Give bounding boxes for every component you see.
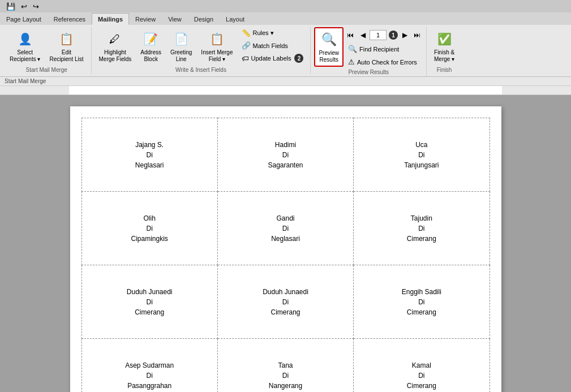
select-recipients-button[interactable]: 👤 SelectRecipients ▾ <box>6 27 44 66</box>
label-cell-0-1: Hadimi Di Sagaranten <box>227 125 344 184</box>
tab-mailings[interactable]: Mailings <box>92 13 129 25</box>
auto-check-icon: ⚠ <box>348 58 355 66</box>
label-cell-1-1: Gandi Di Neglasari <box>227 199 344 258</box>
table-row: Kamal Di Cimerang <box>354 339 490 393</box>
label-place: Cimerang <box>407 308 436 316</box>
insert-merge-field-button[interactable]: 📋 Insert MergeField ▾ <box>197 27 237 66</box>
table-row: Uca Di Tanjungsari <box>354 118 490 192</box>
label-di: Di <box>418 225 424 232</box>
group-write-insert: 🖊 HighlightMerge Fields 📝 AddressBlock 📄… <box>92 27 311 74</box>
edit-recipient-list-button[interactable]: 📋 EditRecipient List <box>45 27 87 66</box>
label-name: Asep Sudarman <box>125 361 174 369</box>
rules-button[interactable]: 📏 Rules ▾ <box>238 27 307 39</box>
label-di: Di <box>146 225 152 232</box>
address-block-label: AddressBlock <box>140 49 161 63</box>
label-di: Di <box>282 225 289 232</box>
label-di: Di <box>282 298 289 306</box>
undo-icon[interactable]: ↩ <box>19 2 29 11</box>
label-di: Di <box>282 372 289 380</box>
start-merge-group-label: Start Mail Merge <box>6 66 88 74</box>
match-fields-label: Match Fields <box>253 42 288 49</box>
table-row: Duduh Junaedi Di Cimerang <box>217 265 353 339</box>
label-cell-2-1: Duduh Junaedi Di Cimerang <box>227 272 344 331</box>
preview-nav-controls: ⏮ ◀ 1 ▶ ⏭ <box>345 28 423 42</box>
nav-step-badge: 1 <box>389 31 398 40</box>
label-cell-2-2: Enggih Sadili Di Cimerang <box>363 272 480 331</box>
tab-page-layout[interactable]: Page Layout <box>0 13 48 25</box>
label-name: Duduh Junaedi <box>263 288 308 296</box>
nav-page-input[interactable] <box>370 30 387 40</box>
nav-next-button[interactable]: ▶ <box>399 29 410 41</box>
update-labels-label: Update Labels <box>251 55 291 62</box>
select-recipients-label: SelectRecipients ▾ <box>10 49 40 63</box>
label-place: Sagaranten <box>268 161 303 169</box>
rules-icon: 📏 <box>242 29 251 37</box>
redo-icon[interactable]: ↪ <box>31 2 41 11</box>
tab-layout[interactable]: Layout <box>220 13 251 25</box>
finish-merge-icon: ✅ <box>435 30 453 48</box>
ruler <box>0 86 571 95</box>
small-write-buttons: 📏 Rules ▾ 🔗 Match Fields 🏷 Update Labels… <box>238 27 307 64</box>
finish-group-label: Finish <box>430 66 458 74</box>
tab-references[interactable]: References <box>48 13 92 25</box>
match-fields-button[interactable]: 🔗 Match Fields <box>238 40 307 51</box>
address-block-icon: 📝 <box>142 30 160 48</box>
nav-last-button[interactable]: ⏭ <box>411 29 423 41</box>
label-di: Di <box>146 151 152 159</box>
greeting-line-button[interactable]: 📄 GreetingLine <box>166 27 196 66</box>
nav-prev-button[interactable]: ◀ <box>357 29 368 41</box>
greeting-line-label: GreetingLine <box>170 49 192 63</box>
label-table: Jajang S. Di Neglasari Hadimi Di Sagaran… <box>81 118 490 392</box>
tab-design[interactable]: Design <box>188 13 220 25</box>
label-name: Olih <box>143 214 155 222</box>
ribbon-tab-bar: Page Layout References Mailings Review V… <box>0 12 571 25</box>
label-di: Di <box>146 298 152 306</box>
nav-first-button[interactable]: ⏮ <box>345 29 356 41</box>
label-cell-0-0: Jajang S. Di Neglasari <box>91 125 208 184</box>
label-place: Nangerang <box>269 382 302 390</box>
group-start-mail-merge: 👤 SelectRecipients ▾ 📋 EditRecipient Lis… <box>2 27 92 74</box>
label-name: Uca <box>415 141 427 149</box>
auto-check-errors-button[interactable]: ⚠ Auto Check for Errors <box>345 56 423 68</box>
document-area[interactable]: Jajang S. Di Neglasari Hadimi Di Sagaran… <box>0 95 571 392</box>
label-di: Di <box>418 151 424 159</box>
document-page: Jajang S. Di Neglasari Hadimi Di Sagaran… <box>70 106 501 392</box>
tab-view[interactable]: View <box>162 13 188 25</box>
label-cell-3-1: Tana Di Nangerang <box>227 346 344 392</box>
label-name: Enggih Sadili <box>402 288 441 296</box>
label-name: Kamal <box>412 361 431 369</box>
greeting-line-icon: 📄 <box>172 30 190 48</box>
quick-access-toolbar: 💾 ↩ ↪ <box>0 0 571 12</box>
label-place: Cipamingkis <box>131 235 168 243</box>
tab-review[interactable]: Review <box>129 13 162 25</box>
preview-buttons: 🔍 PreviewResults ⏮ ◀ 1 ▶ ⏭ 🔍 Find Recipi… <box>314 27 423 68</box>
preview-results-label: PreviewResults <box>319 50 339 63</box>
finish-merge-button[interactable]: ✅ Finish &Merge ▾ <box>430 27 458 66</box>
address-block-button[interactable]: 📝 AddressBlock <box>136 27 165 66</box>
update-labels-icon: 🏷 <box>242 54 249 63</box>
highlight-icon: 🖊 <box>106 30 124 48</box>
label-name: Tajudin <box>411 214 432 222</box>
find-recipient-button[interactable]: 🔍 Find Recipient <box>345 43 423 55</box>
preview-group-label: Preview Results <box>314 68 423 76</box>
status-text: Start Mail Merge <box>5 78 46 84</box>
update-labels-button[interactable]: 🏷 Update Labels 2 <box>238 52 307 64</box>
label-name: Duduh Junaedi <box>127 288 173 296</box>
label-place: Tanjungsari <box>404 161 439 169</box>
label-cell-0-2: Uca Di Tanjungsari <box>363 125 480 184</box>
mail-merge-status: Start Mail Merge <box>0 77 571 86</box>
group-finish: ✅ Finish &Merge ▾ Finish <box>427 27 462 74</box>
label-name: Hadimi <box>275 141 296 149</box>
find-recipient-label: Find Recipient <box>359 46 399 53</box>
label-di: Di <box>282 151 289 159</box>
highlight-label: HighlightMerge Fields <box>99 49 132 63</box>
edit-recipient-icon: 📋 <box>57 30 75 48</box>
highlight-merge-fields-button[interactable]: 🖊 HighlightMerge Fields <box>95 27 136 66</box>
write-insert-buttons: 🖊 HighlightMerge Fields 📝 AddressBlock 📄… <box>95 27 307 66</box>
table-row: Jajang S. Di Neglasari <box>81 118 217 192</box>
table-row: Enggih Sadili Di Cimerang <box>354 265 490 339</box>
label-place: Neglasari <box>271 235 300 243</box>
label-place: Cimerang <box>271 308 300 316</box>
preview-results-button[interactable]: 🔍 PreviewResults <box>314 27 344 67</box>
save-icon[interactable]: 💾 <box>5 2 17 11</box>
